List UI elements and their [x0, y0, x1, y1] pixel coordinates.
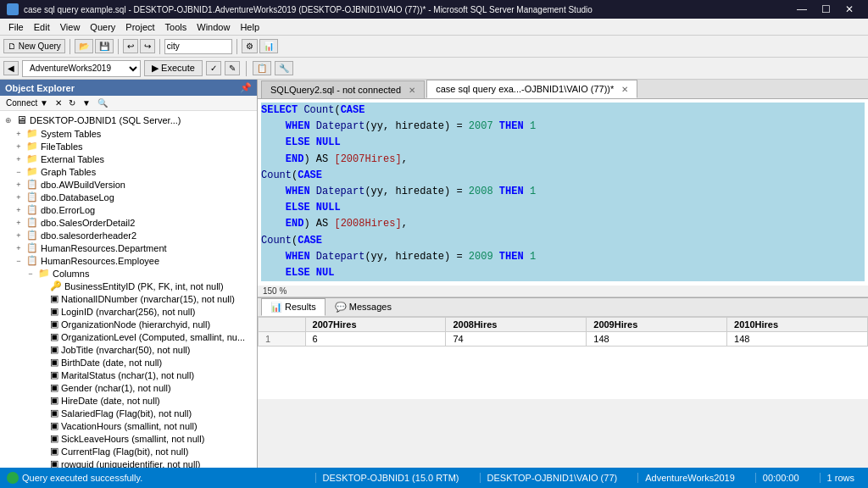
- menu-view[interactable]: View: [55, 20, 86, 34]
- refresh-btn[interactable]: ↻: [66, 97, 78, 108]
- tab-sqlquery2[interactable]: SQLQuery2.sql - not connected ✕: [261, 80, 425, 98]
- open-btn[interactable]: 📂: [75, 39, 93, 53]
- tree-item-col-sickleave[interactable]: ▣ SickLeaveHours (smallint, not null): [2, 432, 255, 445]
- minimize-button[interactable]: —: [790, 0, 814, 19]
- tab-results[interactable]: 📊 Results: [261, 298, 326, 316]
- menu-project[interactable]: Project: [120, 20, 159, 34]
- tree-item-col-nationalid[interactable]: ▣ NationalIDNumber (nvarchar(15), not nu…: [2, 292, 255, 305]
- tree-item-col-marital[interactable]: ▣ MaritalStatus (nchar(1), not null): [2, 369, 255, 381]
- col-icon-13: ▣: [50, 446, 58, 457]
- explorer-search-btn[interactable]: 🔍: [95, 97, 110, 108]
- code-line-1: SELECT Count(CASE: [261, 103, 865, 119]
- filter-btn[interactable]: ▼: [80, 97, 93, 108]
- results-btn[interactable]: 📋: [253, 61, 271, 75]
- title-bar-left: case sql query example.sql - DESKTOP-OJB…: [7, 3, 593, 15]
- tree-item-col-orglevel[interactable]: ▣ OrganizationLevel (Computed, smallint,…: [2, 330, 255, 343]
- tree-item-col-orgnode[interactable]: ▣ OrganizationNode (hierarchyid, null): [2, 318, 255, 330]
- maximize-button[interactable]: ☐: [814, 0, 837, 19]
- menu-tools[interactable]: Tools: [160, 20, 192, 34]
- col-header-2009hires: 2009Hires: [587, 318, 727, 332]
- menu-help[interactable]: Help: [235, 20, 264, 34]
- tree-item-col-rowguid[interactable]: ▣ rowguid (uniqueidentifier, not null): [2, 458, 255, 468]
- tree-item-filetables[interactable]: + 📁 FileTables: [2, 140, 255, 152]
- tab-sqlquery2-label: SQLQuery2.sql - not connected: [270, 85, 401, 95]
- menu-window[interactable]: Window: [192, 20, 235, 34]
- table-icon-1: 📋: [26, 179, 38, 190]
- table-icon-7: 📋: [26, 255, 38, 266]
- tree-item-col-vacationhours[interactable]: ▣ VacationHours (smallint, not null): [2, 419, 255, 432]
- col-icon-2: ▣: [50, 306, 58, 317]
- menu-query[interactable]: Query: [85, 20, 120, 34]
- code-editor[interactable]: SELECT Count(CASE WHEN Datepart(yy, hire…: [258, 99, 868, 286]
- tree-item-col-birthdate[interactable]: ▣ BirthDate (date, not null): [2, 356, 255, 369]
- table-icon-2: 📋: [26, 191, 38, 202]
- close-button[interactable]: ✕: [837, 0, 861, 19]
- tree-item-columns-folder[interactable]: − 📁 Columns: [2, 267, 255, 280]
- tab-messages[interactable]: 💬 Messages: [326, 298, 401, 316]
- tree-item-col-currentflag[interactable]: ▣ CurrentFlag (Flag(bit), not null): [2, 445, 255, 458]
- disconnect-btn[interactable]: ✕: [53, 97, 64, 108]
- tree-item-awbuildversion[interactable]: + 📋 dbo.AWBuildVersion: [2, 178, 255, 191]
- zoom-bar: 150 %: [258, 286, 868, 297]
- cell-2010hires: 148: [727, 332, 868, 347]
- menu-file[interactable]: File: [3, 20, 29, 34]
- tab-case-sql-close[interactable]: ✕: [621, 85, 628, 94]
- tree-item-salesorderheader2[interactable]: + 📋 dbo.salesorderheader2: [2, 229, 255, 241]
- redo-btn[interactable]: ↪: [140, 39, 155, 53]
- tree-item-server[interactable]: ⊕ 🖥 DESKTOP-OJBNID1 (SQL Server...): [2, 113, 255, 127]
- menu-edit[interactable]: Edit: [29, 20, 55, 34]
- save-btn[interactable]: 💾: [95, 39, 114, 53]
- folder-icon-3: 📁: [26, 153, 38, 164]
- connect-btn[interactable]: Connect ▼: [3, 97, 51, 108]
- tab-case-sql[interactable]: case sql query exa...-OJBNID1\VAIO (77))…: [426, 80, 637, 98]
- query-success-text: Query executed successfully.: [22, 473, 142, 483]
- object-explorer-toolbar: Connect ▼ ✕ ↻ ▼ 🔍: [0, 96, 257, 111]
- folder-icon: 📁: [26, 128, 38, 139]
- database-selector[interactable]: AdventureWorks2019: [22, 60, 141, 77]
- code-line-3: ELSE NULL: [261, 135, 865, 151]
- col-header-2010hires: 2010Hires: [727, 318, 868, 332]
- tree-item-col-loginid[interactable]: ▣ LoginID (nvarchar(256), not null): [2, 305, 255, 318]
- tree-item-graph-tables[interactable]: − 📁 Graph Tables: [2, 165, 255, 178]
- toolbar-separator-2: [118, 39, 119, 54]
- tree-item-hr-employee[interactable]: − 📋 HumanResources.Employee: [2, 254, 255, 267]
- col-icon-14: ▣: [50, 458, 58, 468]
- tree-item-databaselog[interactable]: + 📋 dbo.DatabaseLog: [2, 191, 255, 203]
- tree-item-col-jobtitle[interactable]: ▣ JobTitle (nvarchar(50), not null): [2, 343, 255, 356]
- tree-item-system-tables[interactable]: + 📁 System Tables: [2, 127, 255, 140]
- tree-item-col-gender[interactable]: ▣ Gender (nchar(1), not null): [2, 381, 255, 394]
- folder-icon-4: 📁: [26, 166, 38, 177]
- back-btn[interactable]: ◀: [3, 61, 19, 75]
- search-input[interactable]: [164, 39, 232, 54]
- misc-btn-1[interactable]: ⚙: [242, 39, 258, 53]
- status-time: 00:00:00: [755, 473, 806, 483]
- col-header-rownum: [259, 318, 306, 332]
- col-icon-9: ▣: [50, 395, 58, 406]
- menu-bar: File Edit View Query Project Tools Windo…: [0, 19, 868, 36]
- tree-item-external-tables[interactable]: + 📁 External Tables: [2, 152, 255, 165]
- undo-btn[interactable]: ↩: [123, 39, 138, 53]
- new-query-btn[interactable]: 🗋 New Query: [3, 39, 65, 53]
- table-icon-6: 📋: [26, 242, 38, 253]
- tree-item-salesorderdetail2[interactable]: + 📋 dbo.SalesOrderDetail2: [2, 216, 255, 229]
- status-bar-left: Query executed successfully.: [7, 472, 142, 484]
- parse-btn[interactable]: ✎: [225, 61, 240, 75]
- window-controls[interactable]: — ☐ ✕: [790, 0, 861, 19]
- stop-btn[interactable]: ✓: [206, 61, 221, 75]
- code-line-10: WHEN Datepart(yy, hiredate) = 2009 THEN …: [261, 249, 865, 265]
- toolbar-separator-4: [236, 39, 237, 54]
- misc-btn-2[interactable]: 📊: [259, 39, 278, 53]
- tree-item-col-hiredate[interactable]: ▣ HireDate (date, not null): [2, 394, 255, 407]
- execute-button[interactable]: ▶ Execute: [144, 60, 203, 76]
- tab-sqlquery2-close[interactable]: ✕: [409, 86, 415, 95]
- tree-item-col-salariedflag[interactable]: ▣ SalariedFlag (Flag(bit), not null): [2, 407, 255, 419]
- debug-btn[interactable]: 🔧: [275, 61, 293, 75]
- code-line-4: END) AS [2007Hires],: [261, 152, 865, 168]
- tree-item-hr-department[interactable]: + 📋 HumanResources.Department: [2, 241, 255, 254]
- pk-icon: 🔑: [50, 280, 62, 291]
- tree-item-col-businessentityid[interactable]: 🔑 BusinessEntityID (PK, FK, int, not nul…: [2, 280, 255, 292]
- table-row: 1 6 74 148 148: [259, 332, 868, 347]
- db-toolbar-sep: [246, 61, 247, 76]
- tree-item-errorlog[interactable]: + 📋 dbo.ErrorLog: [2, 203, 255, 216]
- panel-pin-icon[interactable]: 📌: [240, 82, 252, 93]
